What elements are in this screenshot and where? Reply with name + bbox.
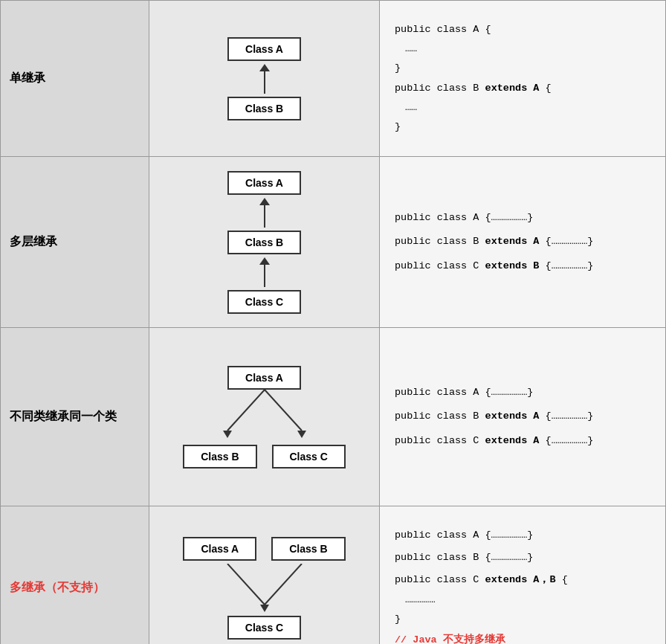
mi-arrows-svg bbox=[183, 564, 346, 616]
code-line-4: public class B extends A { bbox=[395, 80, 650, 97]
svg-marker-5 bbox=[260, 605, 269, 612]
extends-mi: extends A，B bbox=[485, 574, 556, 585]
arrow-line-1 bbox=[264, 205, 265, 228]
class-box-a-single: Class A bbox=[227, 37, 301, 61]
multilevel-label: 多层继承 bbox=[10, 235, 57, 248]
extends-keyword-ml-1: extends A bbox=[485, 236, 540, 247]
multiple-label: 多继承（不支持） bbox=[10, 581, 105, 593]
code-ml-3: public class C extends B {………………} bbox=[395, 257, 650, 275]
class-box-c-diff: Class C bbox=[272, 445, 346, 468]
label-single: 单继承 bbox=[1, 1, 149, 157]
single-label: 单继承 bbox=[10, 71, 45, 84]
code-line-2: …… bbox=[395, 40, 650, 58]
svg-marker-1 bbox=[223, 431, 232, 438]
code-ml-1: public class A {………………} bbox=[395, 209, 650, 227]
code-mi-2: public class B {………………} bbox=[395, 549, 650, 567]
diagram-multilevel: Class A Class B Class C bbox=[149, 157, 380, 328]
code-line-6: } bbox=[395, 118, 650, 136]
code-mi-6: // Java 不支持多继承 bbox=[395, 631, 650, 644]
svg-marker-3 bbox=[297, 431, 306, 438]
code-multiple: public class A {………………} public class B {… bbox=[380, 506, 666, 645]
class-box-b-multi: Class B bbox=[227, 231, 301, 254]
code-diff-3: public class C extends A {………………} bbox=[395, 432, 650, 450]
svg-line-0 bbox=[227, 390, 265, 431]
code-diff-1: public class A {………………} bbox=[395, 384, 650, 402]
row-multiple-inheritance: 多继承（不支持） Class A Class B Class C bbox=[1, 506, 666, 645]
arrow-line-2 bbox=[264, 265, 265, 287]
class-box-a-multi: Class A bbox=[227, 171, 301, 195]
svg-line-4 bbox=[227, 564, 265, 605]
label-diff: 不同类继承同一个类 bbox=[1, 328, 149, 506]
extends-diff-1: extends A bbox=[485, 410, 540, 422]
code-ml-2: public class B extends A {………………} bbox=[395, 233, 650, 251]
mi-top-row: Class A Class B bbox=[183, 537, 345, 561]
row-single-inheritance: 单继承 Class A Class B public class A { …… … bbox=[1, 1, 666, 157]
diagram-single: Class A Class B bbox=[149, 1, 380, 157]
row-multilevel-inheritance: 多层继承 Class A Class B Class C public clas… bbox=[1, 157, 666, 328]
label-multilevel: 多层继承 bbox=[1, 157, 149, 328]
code-mi-4: …………… bbox=[395, 591, 650, 609]
code-diff: public class A {………………} public class B e… bbox=[380, 328, 666, 506]
main-table: 单继承 Class A Class B public class A { …… … bbox=[0, 0, 666, 644]
arrowhead-up bbox=[259, 64, 270, 71]
arrowhead-up-2 bbox=[259, 257, 270, 265]
diagram-single-content: Class A Class B bbox=[157, 37, 372, 120]
arrow-single bbox=[259, 64, 270, 94]
class-box-c-multi: Class C bbox=[227, 290, 301, 314]
extends-diff-2: extends A bbox=[485, 435, 540, 446]
extends-keyword-single: extends A bbox=[485, 83, 540, 94]
code-mi-3: public class C extends A，B { bbox=[395, 571, 650, 589]
diagram-multiple-content: Class A Class B Class C bbox=[157, 537, 372, 640]
diagram-diff: Class A Class B Class C bbox=[149, 328, 380, 506]
extends-keyword-ml-2: extends B bbox=[485, 260, 540, 271]
code-line-1: public class A { bbox=[395, 21, 650, 39]
label-multiple: 多继承（不支持） bbox=[1, 506, 149, 645]
diagram-multilevel-content: Class A Class B Class C bbox=[157, 171, 372, 314]
code-line-5: …… bbox=[395, 99, 650, 117]
code-mi-1: public class A {………………} bbox=[395, 527, 650, 544]
class-box-b-mi: Class B bbox=[271, 537, 345, 561]
diff-bottom-row: Class B Class C bbox=[183, 445, 346, 468]
arrow-line bbox=[264, 71, 265, 94]
svg-line-2 bbox=[265, 390, 302, 431]
diagram-multiple: Class A Class B Class C bbox=[149, 506, 380, 645]
class-box-a-mi: Class A bbox=[183, 537, 256, 561]
arrow-multi-2 bbox=[259, 257, 270, 287]
code-line-3: } bbox=[395, 59, 650, 77]
class-box-c-mi: Class C bbox=[227, 616, 301, 640]
class-box-b-diff: Class B bbox=[183, 445, 256, 468]
arrow-multi-1 bbox=[259, 198, 270, 228]
class-box-a-diff: Class A bbox=[227, 366, 301, 390]
diagram-diff-content: Class A Class B Class C bbox=[157, 366, 372, 468]
code-single: public class A { …… } public class B ext… bbox=[380, 1, 666, 157]
code-mi-5: } bbox=[395, 611, 650, 628]
code-multilevel: public class A {………………} public class B e… bbox=[380, 157, 666, 328]
arrowhead-up-1 bbox=[259, 198, 270, 205]
class-box-b-single: Class B bbox=[227, 97, 301, 120]
row-diff-inheritance: 不同类继承同一个类 Class A Class B Class C bbox=[1, 328, 666, 506]
diff-arrows-svg bbox=[190, 390, 339, 442]
svg-line-6 bbox=[265, 564, 302, 605]
diff-label: 不同类继承同一个类 bbox=[10, 410, 117, 422]
code-diff-2: public class B extends A {………………} bbox=[395, 408, 650, 425]
